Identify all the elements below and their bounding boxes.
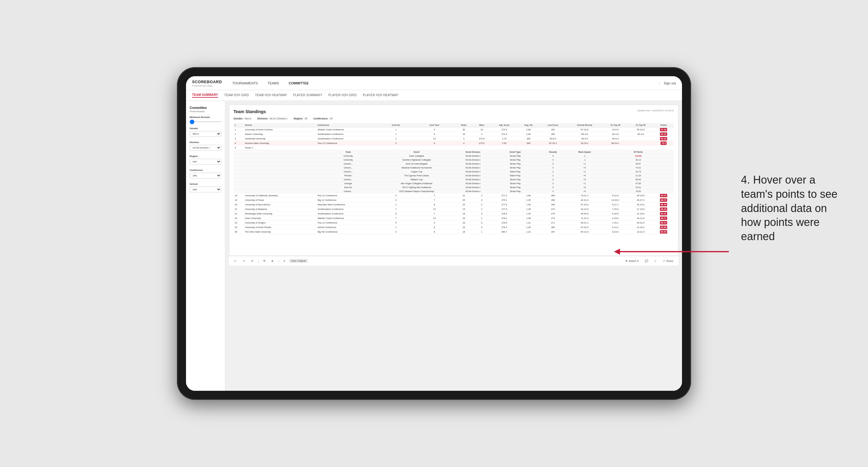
cell-vs25: 13-9-0 [603,127,628,132]
popup-data-row: Florida I The Cypress Point Classic NCAA… [234,174,674,178]
settings-button[interactable]: ⊕ [270,259,275,263]
popup-col-event-div: Event Division [455,150,491,154]
popup-type-7: Stroke Play [491,178,539,182]
points-badge[interactable]: 83.89 [660,226,668,229]
popup-div-10: NCAA Division I [455,189,491,193]
popup-points-9: 43.01 [603,185,674,189]
cell-points[interactable]: 97.03 [653,127,674,132]
points-badge[interactable]: 97.03 [660,128,668,131]
cell-adj-score: 278.6 [491,211,518,216]
cell-points[interactable] [653,146,674,150]
cell-rank: 26 [234,229,244,234]
conference-select[interactable]: (All) ACC SEC [190,173,221,179]
cell-conf-no: 8 [378,211,414,216]
cell-conference: Southeastern Conference [316,207,378,211]
view-badge[interactable]: View: Original [289,259,308,263]
cell-adj-score: 276.1 [491,198,518,203]
filter-region-label: Region: [294,117,303,120]
table-row: 3 Vanderbilt University Southeastern Con… [234,136,674,141]
tablet-frame: SCOREBOARD Powered by clippi TOURNAMENTS… [177,67,691,400]
report-card: Team Standings Update time: 13/03/2024 1… [229,105,678,256]
points-badge[interactable]: 93.31 [660,132,668,136]
nav-tournaments[interactable]: TOURNAMENTS [231,81,259,85]
info-button[interactable]: ℹ [282,259,286,263]
min-rounds-slider[interactable] [190,121,221,122]
cell-points[interactable]: 88.49 [653,203,674,207]
tab-player-h2h-heatmap[interactable]: PLAYER H2H HEATMAP [363,93,398,97]
cell-points[interactable]: 88.70 [653,198,674,203]
popup-rank-7: +0 [566,178,602,182]
cell-points[interactable]: 83.07 [653,193,674,198]
reset-button[interactable]: ↺ [249,259,255,263]
nav-teams[interactable]: TEAMS [267,81,280,85]
cell-adj-score: 280.7 [491,229,518,234]
division-select[interactable]: NCAA Division I NCAA Division II [190,145,221,151]
points-badge[interactable]: 88.14 [660,221,668,224]
cell-wins: 10 [472,127,491,132]
points-badge[interactable]: 83.07 [660,194,668,197]
cell-rank: 5 [234,146,244,150]
report-area: Team Standings Update time: 13/03/2024 1… [225,101,682,391]
popup-rank-8: +1 [566,182,602,185]
popup-event-9: OFCC Fighting Illini Invitational [378,185,455,189]
cell-points[interactable]: 79.5 [653,141,674,146]
cell-conference: Southeastern Conference [316,136,378,141]
points-badge[interactable]: 88.49 [660,203,668,206]
tab-team-summary[interactable]: TEAM SUMMARY [192,93,218,98]
cell-vs25: 6-12-0 [603,193,628,198]
points-badge[interactable]: 88.49 [660,208,668,211]
nav-committee[interactable]: COMMITTEE [288,81,310,85]
cell-conf-tour: 8 [414,203,455,207]
table-row-highlighted: 4 Arizona State University Pac-12 Confer… [234,141,674,146]
cell-conf-tour: 8 [414,141,455,146]
popup-data-row: Univers... Copper Cup NCAA Division I Ma… [234,170,674,174]
points-badge[interactable]: 83.94 [660,230,668,234]
cell-adj-score [491,146,518,150]
cell-points[interactable]: 88.14 [653,220,674,225]
tab-player-summary[interactable]: PLAYER SUMMARY [293,93,322,97]
popup-data-row: University Southern Highlands Collegiate… [234,158,674,162]
tab-team-h2h-grid[interactable]: TEAM H2H GRID [224,93,249,97]
cell-vs50 [628,141,653,146]
school-select[interactable]: (All) [190,187,221,192]
tab-team-h2h-heatmap[interactable]: TEAM H2H HEATMAP [255,93,287,97]
cell-conf-no: 4 [378,193,414,198]
cell-rank: 22 [234,211,244,216]
cell-points[interactable]: 93.31 [653,132,674,136]
filter-gender: Gender: Men's [234,117,251,120]
col-wins: Wins [472,123,491,127]
redo-button[interactable]: ↪ [241,259,247,263]
points-badge[interactable]: 88.71 [660,217,668,220]
undo-button[interactable]: ↩ [232,259,238,263]
tab-player-h2h-grid[interactable]: PLAYER H2H GRID [329,93,357,97]
popup-team-7: Univers... [316,178,378,182]
popup-rounds-2: 3 [539,158,567,162]
sign-out-area[interactable]: Sign out [659,81,676,85]
main-content: Committee Portal Review Minimum Rounds G… [186,101,682,391]
cell-points[interactable]: 90.32 [653,136,674,141]
points-badge[interactable]: 83.41 [660,212,668,215]
popup-rank-4: +3 [566,166,602,170]
points-badge[interactable]: 88.70 [660,198,668,202]
copy-button[interactable]: ⧉ [262,259,267,263]
cell-points[interactable]: 83.41 [653,211,674,216]
popup-type-5: Match Play [491,170,539,174]
popup-data-row: Univers... 2023 Sahalee Players Champion… [234,189,674,193]
cell-points[interactable]: 88.49 [653,207,674,211]
cell-school: Vanderbilt University [244,136,316,141]
cell-conference: Pac-12 Conference [316,220,378,225]
cell-conf-no: 7 [378,207,414,211]
sep-2: | [278,259,279,263]
cell-points[interactable]: 83.89 [653,225,674,229]
table-row: 25 University of North Florida ASUN Conf… [234,225,674,229]
points-badge[interactable]: 90.32 [660,137,668,141]
popup-team-3: Univers... [316,162,378,166]
popup-rank-9: +0 [566,185,602,189]
region-select[interactable]: N/A All [190,159,221,164]
cell-points[interactable]: 88.71 [653,216,674,220]
cell-conf-no: 1 [378,225,414,229]
gender-select[interactable]: Men's Women's [190,131,221,137]
cell-overall: 42-31-3 [566,198,602,203]
points-badge-active[interactable]: 79.5 [660,142,667,145]
cell-points[interactable]: 83.94 [653,229,674,234]
